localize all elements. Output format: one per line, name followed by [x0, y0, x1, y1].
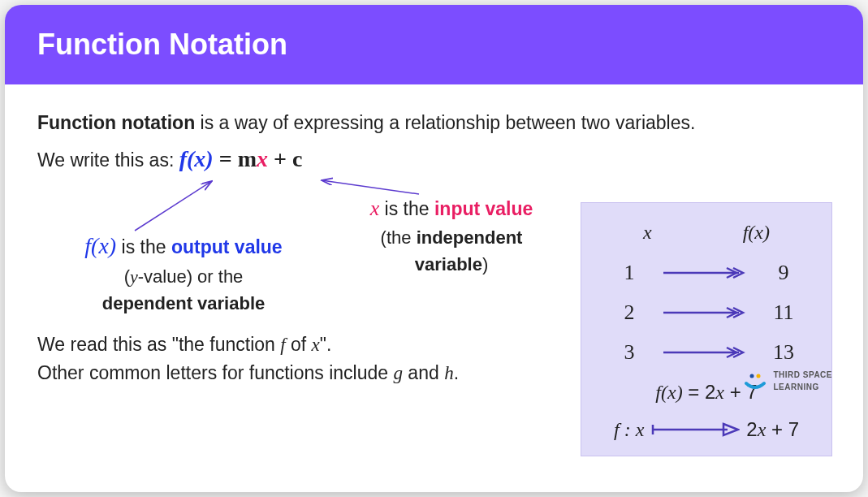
mapping-row: 3 13 [598, 336, 815, 368]
card-content: Function notation is a way of expressing… [5, 84, 863, 404]
mapsto-b: 2 [746, 418, 757, 440]
mapping-fx: 9 [767, 257, 800, 288]
right-annot-text1a: is the [379, 198, 434, 219]
equation-line: We write this as: f(x) = mx + c [37, 142, 831, 176]
lower1-x: x [312, 335, 320, 355]
mapping-col2: f(x) [743, 218, 770, 247]
right-annot-line2: (the independent [346, 224, 557, 251]
lower2-h: h [444, 363, 454, 383]
right-annotation: x is the input value (the independent va… [346, 192, 557, 278]
card-header: Function Notation [5, 5, 863, 84]
logo-line2: LEARNING [773, 381, 832, 393]
left-annot-line3: dependent variable [54, 290, 313, 317]
mapsto-lhs: f : x [614, 415, 644, 444]
left-annotation: f(x) is the output value (y-value) or th… [54, 229, 313, 317]
mapping-fx: 13 [767, 336, 800, 368]
intro-line: Function notation is a way of expressing… [37, 109, 831, 137]
mapsto-c: + 7 [766, 418, 799, 440]
equation-fx: f(x) [179, 146, 214, 171]
mapping-x: 2 [613, 296, 646, 328]
mapping-arrow-icon [662, 266, 751, 280]
lower1-c: ". [320, 334, 332, 355]
mapping-arrow-icon [662, 305, 751, 320]
logo-text: THIRD SPACE LEARNING [773, 369, 832, 393]
logo-line1: THIRD SPACE [773, 369, 832, 381]
lower2-b: and [403, 362, 444, 383]
left-annot-line1: f(x) is the output value [54, 229, 313, 263]
lower2-g: g [393, 363, 403, 383]
right-annot-x: x [370, 197, 380, 220]
card-title: Function Notation [37, 28, 287, 61]
mapping-col1: x [643, 218, 652, 247]
equation-x: x [257, 146, 268, 171]
mapping-arrow-icon [662, 345, 751, 360]
mapping-panel: x f(x) 1 9 2 11 3 13 f(x) = 2x + 7 [581, 202, 832, 456]
mapping-x: 3 [613, 336, 646, 368]
mapping-formula-eq: = 2 [683, 381, 716, 403]
right-annot-text2b: independent [417, 227, 523, 248]
mapping-mapsto: f : x 2x + 7 [598, 415, 815, 444]
mapsto-arrow-icon [650, 421, 740, 438]
intro-rest: is a way of expressing a relationship be… [195, 112, 695, 133]
right-annot-text3b: ) [482, 254, 488, 274]
left-annot-fx: f(x) [84, 233, 116, 258]
left-annot-text2b: -value) or the [138, 266, 244, 287]
right-annot-text2a: (the [381, 227, 417, 248]
right-annot-text1b: input value [434, 198, 533, 219]
equation-c: + c [268, 146, 302, 171]
lower2-c: . [454, 362, 459, 383]
mapsto-x: x [758, 419, 767, 440]
left-annot-text1a: is the [116, 236, 171, 257]
left-annot-line2: (y-value) or the [54, 263, 313, 290]
right-annot-text3a: variable [415, 254, 482, 274]
lower1-b: of [286, 334, 312, 355]
mapping-row: 2 11 [598, 296, 815, 328]
svg-point-8 [757, 374, 761, 378]
lesson-card: Function Notation Function notation is a… [5, 5, 863, 492]
mapping-header: x f(x) [598, 218, 815, 247]
equation: f(x) = mx + c [179, 142, 303, 176]
lower1-a: We read this as "the function [37, 334, 280, 355]
mapping-formula-x: x [715, 382, 724, 403]
left-annot-paren: ( [124, 266, 130, 287]
mapsto-rhs: 2x + 7 [746, 415, 799, 444]
right-annot-line3: variable) [346, 251, 557, 278]
mapping-fx: 11 [767, 296, 800, 328]
right-annot-line1: x is the input value [346, 192, 557, 224]
logo-icon [744, 372, 767, 390]
lower2-a: Other common letters for functions inclu… [37, 362, 393, 383]
intro-term: Function notation [37, 112, 195, 133]
brand-logo: THIRD SPACE LEARNING [744, 369, 832, 393]
mapping-x: 1 [613, 257, 646, 288]
left-annot-text1b: output value [171, 236, 283, 257]
svg-point-7 [750, 374, 754, 378]
mapping-row: 1 9 [598, 257, 815, 288]
equation-lead: We write this as: [37, 149, 179, 171]
left-annot-y: y [130, 266, 138, 287]
svg-line-0 [135, 181, 212, 231]
mapping-formula-fx: f(x) [655, 382, 682, 403]
equation-eq: = m [214, 146, 257, 171]
